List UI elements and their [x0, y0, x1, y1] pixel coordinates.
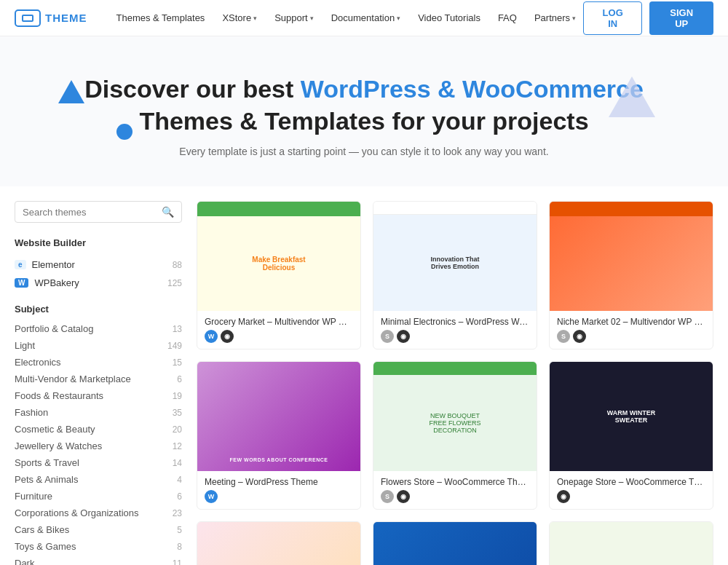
- logo-text: THEME: [45, 12, 87, 24]
- subject-item[interactable]: Cars & Bikes 5: [15, 521, 182, 538]
- theme-card[interactable]: Make BreakfastDelicious Grocery Market –…: [197, 201, 361, 349]
- blue-badge-icon: W: [205, 490, 218, 503]
- theme-card[interactable]: FEW WORDS ABOUT CONFERENCE Meeting – Wor…: [197, 361, 361, 510]
- theme-name: Niche Market 02 – Multivendor WP Woo...: [557, 317, 705, 327]
- login-button[interactable]: LOG IN: [583, 1, 642, 35]
- nav-faq[interactable]: FAQ: [491, 8, 524, 28]
- subject-item[interactable]: Portfolio & Catalog 13: [15, 320, 182, 337]
- theme-badges: S◉: [381, 330, 529, 343]
- subject-count: 6: [177, 491, 182, 502]
- theme-card[interactable]: More than justa mobile app Mobile App – …: [197, 521, 361, 565]
- theme-thumbnail: Digital Marketingfor Business!: [373, 522, 537, 565]
- subject-item[interactable]: Foods & Restaurants 19: [15, 387, 182, 404]
- theme-badges: W◉: [205, 330, 353, 343]
- elementor-badge: e: [15, 260, 26, 269]
- gray-badge-icon: S: [381, 330, 394, 343]
- subject-item[interactable]: Fashion 35: [15, 404, 182, 421]
- theme-info: Grocery Market – Multivendor WP Woo... W…: [197, 311, 360, 349]
- subject-label: Fashion: [15, 407, 48, 418]
- subject-label: Pets & Animals: [15, 474, 78, 485]
- builder-elementor[interactable]: e Elementor 88: [15, 256, 182, 274]
- nav-video-tutorials[interactable]: Video Tutorials: [411, 8, 488, 28]
- nav-links: Themes & Templates XStore ▾ Support ▾ Do…: [109, 8, 584, 28]
- subject-count: 8: [177, 542, 182, 552]
- subject-item[interactable]: Toys & Games 8: [15, 538, 182, 555]
- theme-thumbnail: WARM WINTERSWEATER: [550, 362, 713, 471]
- subject-item[interactable]: Cosmetic & Beauty 20: [15, 421, 182, 438]
- subject-item[interactable]: Corporations & Organizations 23: [15, 505, 182, 521]
- subject-count: 14: [173, 458, 182, 468]
- subject-item[interactable]: Furniture 6: [15, 488, 182, 505]
- subject-item[interactable]: Electronics 15: [15, 354, 182, 371]
- dark-badge-icon: ◉: [397, 330, 410, 343]
- theme-grid: Make BreakfastDelicious Grocery Market –…: [197, 201, 713, 565]
- theme-card[interactable]: NEW BOUQUETFREE FLOWERSDECORATION Flower…: [373, 361, 537, 510]
- theme-card[interactable]: Digital Marketingfor Business! Digital M…: [373, 521, 537, 565]
- theme-badges: ◉: [557, 490, 705, 503]
- subject-label: Cars & Bikes: [15, 524, 69, 535]
- subject-item[interactable]: Pets & Animals 4: [15, 471, 182, 488]
- subject-item[interactable]: Sports & Travel 14: [15, 454, 182, 471]
- website-builder-title: Website Builder: [15, 237, 182, 248]
- theme-info: Minimal Electronics – WordPress WooC... …: [373, 311, 537, 349]
- subject-count: 35: [173, 408, 182, 418]
- hero-section: Discover our best WordPress & WooCommerc…: [0, 36, 728, 186]
- theme-info: Flowers Store – WooCommerce Theme S◉: [373, 471, 537, 509]
- wpbakery-badge: W: [15, 278, 28, 288]
- search-box[interactable]: 🔍: [15, 201, 182, 223]
- main-layout: 🔍 Website Builder e Elementor 88 W WPBak…: [0, 186, 728, 565]
- subject-count: 19: [173, 391, 182, 401]
- theme-card[interactable]: Innovation ThatDrives Emotion Minimal El…: [373, 201, 537, 349]
- subject-label: Jewellery & Watches: [15, 440, 102, 451]
- theme-thumbnail: Make BreakfastDelicious: [197, 202, 360, 311]
- search-icon: 🔍: [162, 206, 174, 218]
- subject-label: Furniture: [15, 491, 52, 502]
- subject-label: Dark: [15, 558, 34, 565]
- theme-card[interactable]: Niche Market 02 – Multivendor WP Woo... …: [549, 201, 713, 349]
- nav-themes-templates[interactable]: Themes & Templates: [109, 8, 213, 28]
- sidebar: 🔍 Website Builder e Elementor 88 W WPBak…: [15, 201, 182, 565]
- search-input[interactable]: [23, 207, 162, 218]
- theme-thumbnail: More than justa mobile app: [197, 522, 360, 565]
- subject-count: 6: [177, 374, 182, 384]
- subject-label: Light: [15, 340, 35, 351]
- theme-card[interactable]: WARM WINTERSWEATER Onepage Store – WooCo…: [549, 361, 713, 510]
- subject-count: 20: [173, 424, 182, 435]
- nav-xstore[interactable]: XStore ▾: [215, 8, 264, 28]
- subject-label: Corporations & Organizations: [15, 507, 139, 518]
- theme-badges: W: [205, 490, 353, 503]
- nav-partners[interactable]: Partners ▾: [527, 8, 583, 28]
- subject-label: Cosmetic & Beauty: [15, 424, 95, 435]
- theme-thumbnail: FEW WORDS ABOUT CONFERENCE: [197, 362, 360, 471]
- theme-card[interactable]: THE BESTCLEANINGCOMPANY Cleaning Company…: [549, 521, 713, 565]
- subject-item[interactable]: Jewellery & Watches 12: [15, 438, 182, 454]
- subject-count: 12: [173, 441, 182, 451]
- builder-wpbakery[interactable]: W WPBakery 125: [15, 274, 182, 292]
- theme-thumbnail: Innovation ThatDrives Emotion: [373, 202, 537, 311]
- subject-label: Foods & Restaurants: [15, 390, 103, 401]
- subject-count: 5: [177, 525, 182, 535]
- subject-title: Subject: [15, 304, 182, 315]
- chevron-down-icon: ▾: [253, 15, 257, 22]
- theme-badges: S◉: [381, 490, 529, 503]
- chevron-down-icon: ▾: [397, 15, 400, 22]
- subject-item[interactable]: Dark 11: [15, 555, 182, 565]
- signup-button[interactable]: SIGN UP: [649, 1, 713, 35]
- subject-count: 11: [173, 558, 182, 565]
- nav-actions: LOG IN SIGN UP: [583, 1, 713, 35]
- subject-item[interactable]: Light 149: [15, 337, 182, 354]
- dark-badge-icon: ◉: [221, 330, 234, 343]
- dark-badge-icon: ◉: [573, 330, 586, 343]
- logo[interactable]: THEME: [15, 9, 87, 27]
- decor-triangle-blue: [58, 80, 84, 103]
- theme-grid-area: Make BreakfastDelicious Grocery Market –…: [197, 201, 713, 565]
- subject-count: 149: [167, 341, 182, 351]
- theme-badges: S◉: [557, 330, 705, 343]
- chevron-down-icon: ▾: [572, 15, 576, 22]
- subject-count: 13: [173, 324, 182, 334]
- subject-list: Portfolio & Catalog 13 Light 149 Electro…: [15, 320, 182, 565]
- subject-item[interactable]: Multi-Vendor & Marketplace 6: [15, 371, 182, 387]
- nav-documentation[interactable]: Documentation ▾: [324, 8, 408, 28]
- nav-support[interactable]: Support ▾: [267, 8, 321, 28]
- subject-count: 15: [173, 357, 182, 368]
